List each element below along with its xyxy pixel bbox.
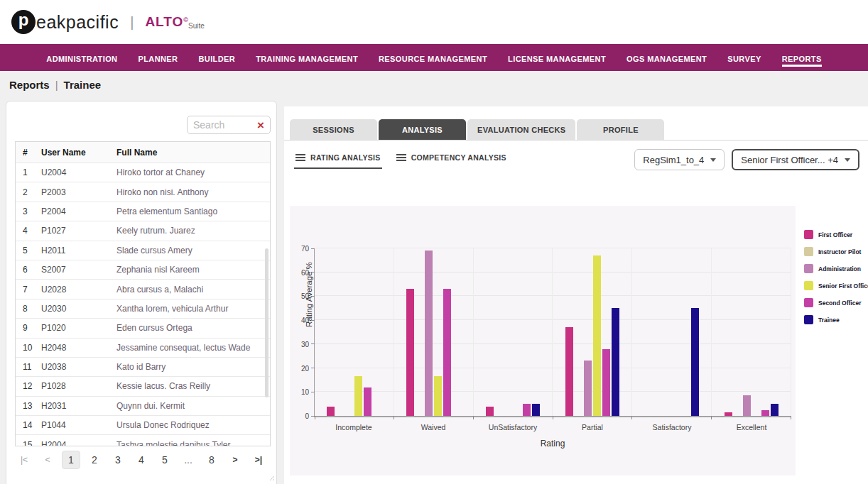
search-clear-icon[interactable]: × [257,119,264,131]
table-row[interactable]: 6S2007Zephania nisl Kareem [16,260,270,279]
filters: RegSim1_to_4 Senior First Officer... +4 [634,149,859,170]
table-row[interactable]: 15H2004Tashya molestie dapibus Tyler [16,434,270,446]
legend-swatch [804,247,813,256]
subtab-bar: RATING ANALYSISCOMPETENCY ANALYSIS [293,149,508,169]
body-main: × #User NameFull Name 1U2004Hiroko torto… [0,97,868,484]
pagination-page-8[interactable]: 8 [202,451,221,469]
role-filter-dropdown[interactable]: Senior First Officer... +4 [732,149,859,170]
legend-item-senior-first-officer: Senior First Officer [804,281,868,290]
row-number: 2 [16,187,41,197]
row-number: 7 [16,285,41,295]
pagination-last[interactable]: >| [249,451,268,469]
subtab-rating-analysis[interactable]: RATING ANALYSIS [294,149,382,169]
legend-item-instructor-pilot: Instructor Pilot [804,247,868,256]
nav-item-builder[interactable]: BUILDER [198,49,235,67]
full-name-cell: Zephania nisl Kareem [116,265,270,275]
table-header-row: #User NameFull Name [16,142,270,163]
pagination: |<<12345...8>>| [6,451,276,469]
table-row[interactable]: 8U2030Xantha lorem, vehicula Arthur [16,299,270,318]
breadcrumb-page: Trainee [64,79,102,91]
pagination-page-2[interactable]: 2 [85,451,104,469]
table-row[interactable]: 12P1028Kessie lacus. Cras Reilly [16,376,270,395]
table-scrollbar[interactable] [265,248,268,397]
nav-item-ogs-management[interactable]: OGS MANAGEMENT [626,49,707,67]
pagination-prev[interactable]: < [38,451,57,469]
pagination-first[interactable]: |< [15,451,33,469]
nav-item-planner[interactable]: PLANNER [138,49,178,67]
nav-item-survey[interactable]: SURVEY [727,49,761,67]
row-number: 1 [16,167,41,177]
pagination-page-5[interactable]: 5 [156,451,174,469]
sim-filter-dropdown[interactable]: RegSim1_to_4 [634,149,725,170]
row-number: 10 [16,343,41,353]
table-body: 1U2004Hiroko tortor at Chaney2P2003Hirok… [16,163,270,446]
full-name-cell: Xantha lorem, vehicula Arthur [116,304,270,314]
user-name-cell: H2031 [41,401,116,411]
table-row[interactable]: 11U2038Kato id Barry [16,357,270,376]
app-header: p eakpacific | ALTO©Suite [0,0,868,44]
bar-trainee [771,404,779,416]
search-box[interactable]: × [187,116,271,134]
breadcrumb-separator: | [55,79,58,91]
bar-group-partial [552,248,631,416]
role-filter-value: Senior First Officer... +4 [741,155,838,165]
tab-evaluation-checks[interactable]: EVALUATION CHECKS [467,119,575,140]
table-row[interactable]: 4P1027Keely rutrum. Juarez [16,221,270,240]
table-row[interactable]: 1U2004Hiroko tortor at Chaney [16,163,270,182]
tab-analysis[interactable]: ANALYSIS [379,119,466,140]
user-name-cell: S2007 [41,265,116,275]
bar-trainee [612,308,619,416]
y-axis-tick-label: 10 [292,388,309,396]
bar-second-officer [761,410,769,416]
x-axis-labels: IncompleteWaivedUnSatisfactoryPartialSat… [314,423,791,431]
legend-swatch [804,264,813,273]
table-row[interactable]: 2P2003Hiroko non nisi. Anthony [16,182,270,201]
tab-profile[interactable]: PROFILE [577,119,664,140]
table-row[interactable]: 7U2028Abra cursus a, Malachi [16,279,270,298]
breadcrumb-section[interactable]: Reports [9,79,50,91]
x-axis-category-label: Waived [394,423,473,431]
legend-swatch [804,281,813,290]
pagination-page-3[interactable]: 3 [109,451,127,469]
breadcrumb: Reports|Trainee [0,71,868,97]
user-name-cell: H2048 [41,343,116,353]
pagination-page-4[interactable]: 4 [132,451,151,469]
nav-item-license-management[interactable]: LICENSE MANAGEMENT [508,49,606,67]
table-row[interactable]: 5H2011Slade cursus Amery [16,241,270,260]
full-name-cell: Kessie lacus. Cras Reilly [116,381,270,391]
nav-item-resource-management[interactable]: RESOURCE MANAGEMENT [379,49,487,67]
table-row[interactable]: 13H2031Quynn dui. Kermit [16,396,270,415]
tab-bar: SESSIONSANALYSISEVALUATION CHECKSPROFILE [284,119,868,141]
resize-handle-icon[interactable] [268,474,274,480]
x-axis-category-label: Satisfactory [632,423,712,431]
bar-second-officer [523,404,531,416]
table-row[interactable]: 10H2048Jessamine consequat, lectus Wade [16,338,270,357]
pagination-page-1[interactable]: 1 [62,451,80,469]
chevron-down-icon [845,158,850,162]
table-row[interactable]: 3P2004Petra elementum Santiago [16,202,270,221]
nav-item-reports[interactable]: REPORTS [782,49,822,67]
controls-row: RATING ANALYSISCOMPETENCY ANALYSIS RegSi… [284,149,868,170]
pagination-next[interactable]: > [226,451,244,469]
chevron-down-icon [710,158,716,162]
search-input[interactable] [193,119,254,131]
chart-legend: First OfficerInstructor PilotAdministrat… [797,206,868,475]
bar-first-officer [406,289,414,416]
brand-logo-icon: p [11,10,36,34]
subtab-competency-analysis[interactable]: COMPETENCY ANALYSIS [395,149,508,169]
product-logo: ALTO©Suite [145,14,204,30]
user-table: #User NameFull Name 1U2004Hiroko tortor … [15,141,271,446]
nav-item-training-management[interactable]: TRAINING MANAGEMENT [256,49,358,67]
tab-sessions[interactable]: SESSIONS [290,119,377,140]
user-name-cell: P1027 [41,226,116,236]
user-name-cell: U2004 [41,167,116,177]
row-number: 14 [16,420,41,430]
full-name-cell: Ursula Donec Rodriquez [116,420,270,430]
analysis-panel: SESSIONSANALYSISEVALUATION CHECKSPROFILE… [284,106,868,484]
table-row[interactable]: 14P1044Ursula Donec Rodriquez [16,415,270,434]
y-axis-tick-label: 20 [292,365,309,373]
nav-item-administration[interactable]: ADMINISTRATION [46,49,117,67]
list-icon [396,154,406,161]
bar-senior-first-officer [434,376,442,416]
table-row[interactable]: 9P1020Eden cursus Ortega [16,318,270,337]
